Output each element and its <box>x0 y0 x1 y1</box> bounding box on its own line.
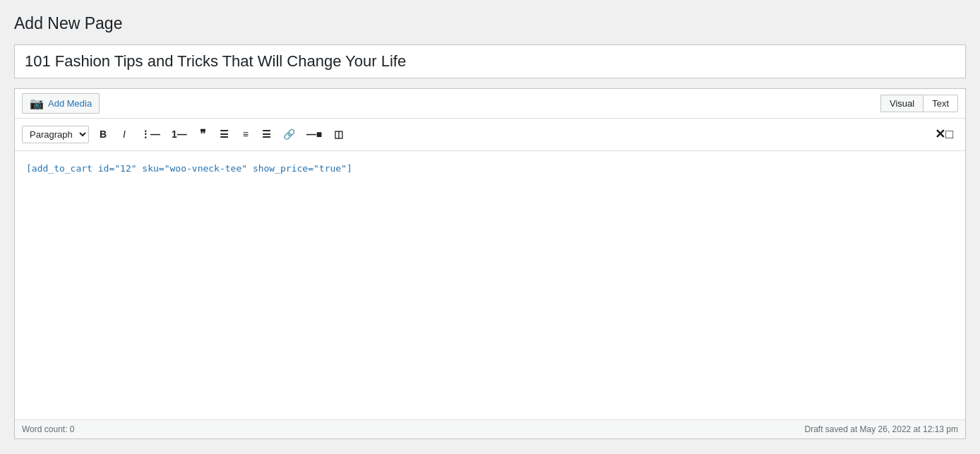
toolbar-toggle-button[interactable]: ◫ <box>328 125 348 145</box>
align-right-button[interactable]: ☰ <box>257 125 277 145</box>
bold-button[interactable]: B <box>93 125 113 145</box>
unordered-list-button[interactable]: ⋮— <box>136 125 165 145</box>
align-left-icon: ☰ <box>220 129 229 140</box>
word-count-value: 0 <box>70 424 75 434</box>
shortcode-content: [add_to_cart id="12" sku="woo-vneck-tee"… <box>26 163 352 174</box>
italic-button[interactable]: I <box>114 125 134 145</box>
text-tab[interactable]: Text <box>923 95 958 112</box>
editor-content-area[interactable]: [add_to_cart id="12" sku="woo-vneck-tee"… <box>15 151 965 419</box>
link-icon: 🔗 <box>283 129 295 140</box>
draft-saved-status: Draft saved at May 26, 2022 at 12:13 pm <box>805 424 958 434</box>
toolbar-toggle-icon: ◫ <box>334 129 343 140</box>
bold-icon: B <box>100 129 107 140</box>
ul-icon: ⋮— <box>141 129 160 140</box>
more-icon: —■ <box>306 129 322 140</box>
blockquote-button[interactable]: ❞ <box>193 124 213 145</box>
fullscreen-icon: ✕□ <box>935 127 953 141</box>
ol-icon: 1— <box>172 129 187 140</box>
align-right-icon: ☰ <box>262 129 271 140</box>
quote-icon: ❞ <box>200 128 206 140</box>
media-icon: 📷 <box>30 97 44 110</box>
word-count-label: Word count: 0 <box>22 424 75 434</box>
italic-icon: I <box>123 129 126 140</box>
title-input[interactable] <box>14 44 966 78</box>
add-media-button[interactable]: 📷 Add Media <box>22 93 100 114</box>
more-button[interactable]: —■ <box>301 125 327 145</box>
fullscreen-button[interactable]: ✕□ <box>930 123 958 146</box>
align-center-icon: ≡ <box>243 129 249 140</box>
page-title: Add New Page <box>14 14 966 33</box>
editor-footer: Word count: 0 Draft saved at May 26, 202… <box>15 419 965 438</box>
editor-toolbar-top: 📷 Add Media Visual Text <box>15 89 965 119</box>
align-left-button[interactable]: ☰ <box>215 125 234 145</box>
link-button[interactable]: 🔗 <box>278 125 300 145</box>
align-center-button[interactable]: ≡ <box>236 125 256 145</box>
add-media-label: Add Media <box>48 98 92 109</box>
editor-mode-tabs: Visual Text <box>880 95 958 112</box>
visual-tab[interactable]: Visual <box>880 95 923 112</box>
editor-container: 📷 Add Media Visual Text Paragraph B I ⋮—… <box>14 88 966 439</box>
paragraph-select[interactable]: Paragraph <box>22 126 89 143</box>
editor-formatting-bar: Paragraph B I ⋮— 1— ❞ ☰ ≡ ☰ 🔗 —■ <box>15 119 965 151</box>
ordered-list-button[interactable]: 1— <box>167 125 192 145</box>
